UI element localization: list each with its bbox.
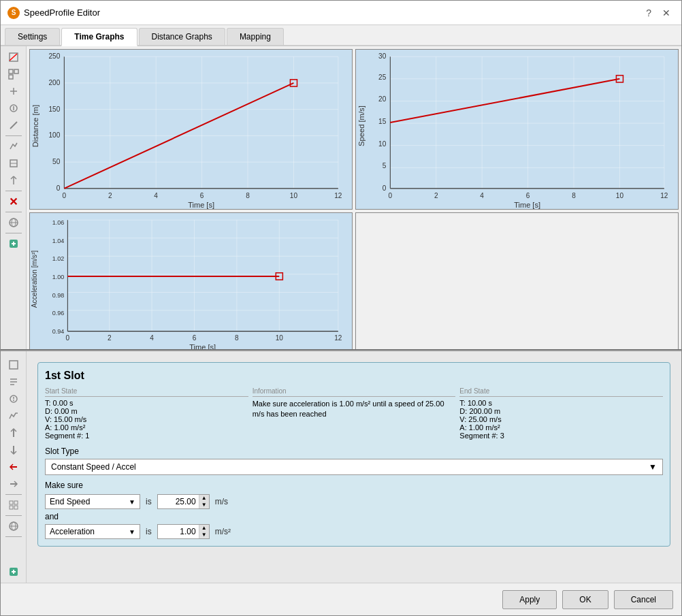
tab-mapping[interactable]: Mapping [227,28,284,45]
end-speed-field[interactable] [158,495,199,508]
acceleration-field[interactable] [158,525,199,538]
end-speed-dropdown[interactable]: End Speed ▼ [45,494,140,509]
svg-text:10: 10 [378,140,387,148]
svg-rect-138 [10,501,13,504]
acceleration-dropdown[interactable]: Acceleration ▼ [45,524,140,539]
svg-rect-139 [14,501,18,504]
svg-text:150: 150 [49,106,61,113]
start-header: Start State [45,387,248,397]
is-text-2: is [146,527,152,536]
slot-sidebar-icon-1[interactable] [4,357,23,373]
title-bar-buttons: ? ✕ [642,6,675,20]
end-a: A: 1.00 m/s² [459,423,663,432]
svg-text:6: 6 [193,334,197,342]
svg-text:30: 30 [378,52,387,60]
svg-line-1 [10,54,17,61]
info-col: Information Make sure acceleration is 1.… [253,387,456,440]
sidebar-icon-4[interactable] [4,100,23,116]
end-speed-down[interactable]: ▼ [199,502,209,508]
speed-time-graph: 0 5 10 15 20 25 30 0 2 4 6 8 [355,49,679,210]
sidebar-icon-5[interactable] [4,117,23,133]
slot-sidebar-sep-3 [5,536,22,537]
make-sure-section: Make sure End Speed ▼ is ▲ [45,481,663,539]
svg-text:4: 4 [480,192,484,199]
sidebar-icon-add[interactable] [4,236,23,252]
svg-text:12: 12 [334,192,342,199]
slot-type-value: Constant Speed / Accel [51,462,136,472]
sidebar-icon-global[interactable] [4,214,23,231]
svg-text:2: 2 [434,192,438,199]
sidebar-icon-2[interactable] [4,66,23,82]
acceleration-input[interactable]: ▲ ▼ [157,524,210,539]
sidebar-separator-3 [5,212,22,212]
slot-sidebar-icon-7[interactable] [4,459,23,475]
window-title: SpeedProfile Editor [24,7,100,18]
apply-button[interactable]: Apply [502,590,557,609]
start-seg: Segment #: 1 [45,432,248,440]
sidebar-icon-8[interactable] [4,172,23,189]
end-speed-value: End Speed [50,497,90,506]
slot-sidebar-icon-3[interactable] [4,391,23,407]
sidebar-icon-delete[interactable]: ✕ [4,193,23,210]
svg-text:20: 20 [378,95,387,103]
make-sure-label: Make sure [45,481,663,490]
sidebar-separator [5,135,22,136]
svg-text:0: 0 [66,334,70,342]
slot-sidebar-icon-2[interactable] [4,374,23,390]
start-d: D: 0.00 m [45,407,248,415]
slot-sidebar-icon-add[interactable] [4,564,23,580]
help-button[interactable]: ? [642,6,655,20]
end-t: T: 10.00 s [459,399,663,407]
svg-text:8: 8 [572,192,576,199]
svg-text:Distance [m]: Distance [m] [31,105,39,147]
sidebar-icon-6[interactable] [4,138,23,155]
ok-button[interactable]: OK [562,590,608,609]
svg-text:0: 0 [389,192,393,199]
svg-text:250: 250 [49,52,61,60]
tab-settings[interactable]: Settings [5,28,60,45]
slot-sidebar-icon-9[interactable] [4,497,23,513]
sidebar-separator-4 [5,233,22,233]
end-speed-input[interactable]: ▲ ▼ [157,494,210,509]
acceleration-down[interactable]: ▼ [199,532,209,538]
slot-sidebar-icon-4[interactable] [4,408,23,424]
end-seg: Segment #: 3 [459,432,663,440]
title-bar-left: S SpeedProfile Editor [7,7,100,19]
slot-sidebar-icon-10[interactable] [4,518,23,534]
make-sure-row-2: Acceleration ▼ is ▲ ▼ m/ [45,524,663,539]
tabs-bar: Settings Time Graphs Distance Graphs Map… [1,25,681,46]
acceleration-time-graph: 0.94 0.96 0.98 1.00 1.02 1.04 1.06 0 2 4… [29,212,353,349]
sidebar-icon-1[interactable] [4,49,23,65]
slot-type-dropdown[interactable]: Constant Speed / Accel ▼ [45,459,663,475]
slot-type-label: Slot Type [45,447,663,456]
end-d: D: 200.00 m [459,407,663,415]
svg-text:12: 12 [660,192,668,199]
svg-text:2: 2 [108,334,112,342]
svg-text:10: 10 [616,192,624,199]
sidebar-separator-2 [5,191,22,191]
svg-text:100: 100 [49,131,61,139]
slot-sidebar [1,351,27,583]
svg-text:1.00: 1.00 [52,274,65,280]
tab-time-graphs[interactable]: Time Graphs [61,28,137,46]
end-speed-up[interactable]: ▲ [199,495,209,502]
tab-distance-graphs[interactable]: Distance Graphs [139,28,225,45]
and-text: and [45,512,663,521]
cancel-button[interactable]: Cancel [614,590,673,609]
svg-text:0: 0 [56,184,61,192]
empty-graph [355,212,679,349]
svg-text:2: 2 [108,192,112,199]
slot-sidebar-icon-5[interactable] [4,425,23,441]
acceleration-up[interactable]: ▲ [199,525,209,532]
close-button[interactable]: ✕ [658,6,675,20]
sidebar-icon-3[interactable] [4,83,23,99]
slot-sidebar-icon-6[interactable] [4,442,23,458]
sidebar-icon-7[interactable] [4,155,23,172]
svg-rect-2 [9,69,13,74]
svg-text:10: 10 [276,334,284,342]
svg-text:Time [s]: Time [s] [189,344,216,349]
slot-sidebar-icon-8[interactable] [4,476,23,492]
end-state-col: End State T: 10.00 s D: 200.00 m V: 25.0… [459,387,663,440]
svg-rect-22 [64,56,338,189]
svg-rect-140 [10,506,13,509]
